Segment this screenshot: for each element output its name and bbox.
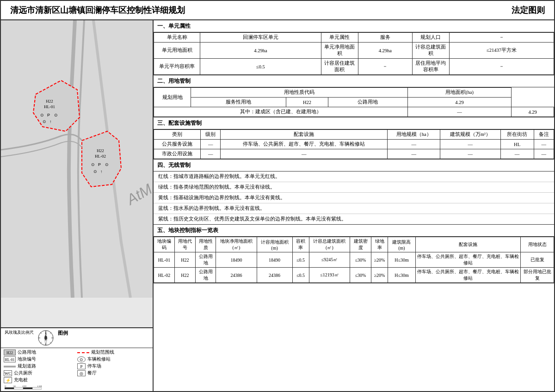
- row2-facilities: 停车场、公共厕所、超市、餐厅、充电桩、车辆检修站: [415, 268, 521, 283]
- facility-street-2: —: [500, 149, 534, 159]
- road-label: 规划道路: [18, 363, 36, 369]
- header: 清远市清新区山塘镇回澜停车区控制性详细规划 法定图则: [1, 1, 554, 20]
- section3-table: 类别 级别 配套设施 用地规模（ha） 建筑规模（万m²） 所在街坊 备注 公共…: [154, 129, 554, 159]
- svg-text:50: 50: [13, 386, 16, 387]
- range-symbol: [77, 352, 89, 353]
- row1-use-type: 公路用地: [195, 252, 216, 268]
- row1-green: ≥20%: [371, 252, 388, 268]
- col-facility: 配套设施: [221, 130, 388, 140]
- row1-cap-area: 18490: [257, 252, 292, 268]
- value-net-area: 4.29ha: [358, 43, 412, 59]
- wireless-line-red: 红线：指城市道路路幅的边界控制线。本单元无红线。: [154, 172, 554, 182]
- row2-green: ≥20%: [371, 268, 388, 283]
- section5: 五、地块控制指标一览表 地块编码 用地代号 用地性质 地块净用地面积(㎡) 计容…: [154, 225, 554, 283]
- col-street: 所在街坊: [500, 130, 534, 140]
- row1-code: HL-01: [154, 252, 175, 268]
- section5-title: 五、地块控制指标一览表: [154, 225, 554, 237]
- facility-level-1: —: [201, 140, 221, 149]
- area-value: 4.29: [407, 98, 512, 107]
- wireless-line-purple: 紫线：指历史文化街区、优秀历史建筑及文保单位的边界控制线。本单元没有紫线。: [154, 214, 554, 224]
- legend-item-range: 规划范围线: [77, 349, 150, 355]
- main-content: H22 HL-01 ⊙ P ⊙ ⊙ ↑ H22 HL-02: [1, 20, 554, 391]
- value-res-far: －: [449, 59, 554, 75]
- facility-type-2: 市政公用设施: [154, 149, 201, 159]
- svg-text:P: P: [47, 113, 50, 117]
- s5-col-green: 绿地率: [371, 237, 388, 252]
- svg-text:↑: ↑: [49, 119, 52, 124]
- row1-far: ≤0.5: [292, 252, 309, 268]
- scale-bar: 0 50 100 150m: [1, 385, 153, 391]
- svg-text:HL-01: HL-01: [44, 104, 55, 109]
- wc-label: 公共厕所: [14, 370, 32, 376]
- section5-table: 地块编码 用地代号 用地性质 地块净用地面积(㎡) 计容用地面积(m) 容积率 …: [154, 237, 554, 283]
- svg-text:↑: ↑: [100, 169, 103, 174]
- built-area-dash: —: [407, 107, 512, 117]
- row2-height: H≤30m: [388, 268, 415, 283]
- facility-desc-1: 停车场、公共厕所、超市、餐厅、充电桩、车辆检修站: [221, 140, 388, 149]
- legend-item-restaurant: ◎ 餐厅: [77, 370, 150, 376]
- facility-land-2: —: [388, 149, 440, 159]
- legend-item-parking: P 停车场: [77, 363, 150, 369]
- wind-rose-label: 风玫瑰及比例尺: [5, 330, 34, 346]
- table-row: 单元用地面积 4.29ha 单元净用地面积 4.29ha 计容总建筑面积 ≤21…: [154, 43, 554, 59]
- legend-item-h22: H22 公路用地: [4, 349, 76, 355]
- facility-build-2: —: [440, 149, 500, 159]
- legend-item-block: HL-01 地块编号: [4, 356, 76, 362]
- legend-title: 图例: [58, 330, 68, 346]
- s5-col-cap-area: 计容用地面积(m): [257, 237, 292, 252]
- facility-level-2: —: [201, 149, 221, 159]
- header-title: 清远市清新区山塘镇回澜停车区控制性详细规划: [10, 5, 185, 16]
- svg-rect-33: [32, 387, 42, 389]
- row2-status: 部分用地已批复: [521, 268, 554, 283]
- legend-item-charge: ⚡ 充电桩: [4, 377, 76, 383]
- left-map-panel: H22 HL-01 ⊙ P ⊙ ⊙ ↑ H22 HL-02: [1, 20, 154, 391]
- section1: 一、单元属性 单元名称 回澜停车区单元 单元属性 服务 规划人口 － 单元用地面…: [154, 20, 554, 75]
- row1-status: 已批复: [521, 252, 554, 268]
- plan-use-land-label: 规划用地: [154, 88, 191, 107]
- s5-col-code: 地块编码: [154, 237, 175, 252]
- section2-table: 规划用地 用地性质代码 用地面积(ha) 服务性用地 H22 公路用地 4.29…: [154, 87, 554, 117]
- charge-label: 充电桩: [14, 377, 28, 383]
- h22-symbol: H22: [4, 349, 16, 355]
- parking-label: 停车场: [87, 363, 101, 369]
- s5-col-net-area: 地块净用地面积(㎡): [216, 237, 257, 252]
- built-area-label: 其中：建成区（含已建、在建用地）: [154, 107, 408, 117]
- legend-items: H22 公路用地 规划范围线 HL-01 地块编号 ⊙ 车辆检修站: [1, 348, 153, 385]
- road-symbol: [4, 366, 16, 368]
- use-area-header: 用地面积(ha): [407, 88, 512, 98]
- col-build-scale: 建筑规模（万m²）: [440, 130, 500, 140]
- svg-text:⊙: ⊙: [43, 119, 46, 124]
- value-unit-name: 回澜停车区单元: [200, 33, 321, 43]
- svg-text:150m: 150m: [37, 386, 42, 387]
- svg-rect-32: [23, 387, 32, 389]
- s5-col-density: 建筑密度: [350, 237, 371, 252]
- label-total-build: 计容总建筑面积: [412, 43, 449, 59]
- road-land: 公路用地: [328, 98, 407, 107]
- legend-item-repair: ⊙ 车辆检修站: [77, 356, 150, 362]
- section3: 三、配套设施管制 类别 级别 配套设施 用地规模（ha） 建筑规模（万m²） 所…: [154, 117, 554, 159]
- facility-street-1: HL: [500, 140, 534, 149]
- table-row: 单元名称 回澜停车区单元 单元属性 服务 规划人口 －: [154, 33, 554, 43]
- s5-col-use-code: 用地代号: [174, 237, 195, 252]
- right-panel: 一、单元属性 单元名称 回澜停车区单元 单元属性 服务 规划人口 － 单元用地面…: [154, 20, 554, 391]
- row1-density: ≤30%: [350, 252, 371, 268]
- label-res-far: 居住用地平均容积率: [412, 59, 449, 75]
- legend-item-road: 规划道路: [4, 363, 76, 369]
- wireless-line-green: 绿线：指各类绿地范围的控制线。本单元没有绿线。: [154, 182, 554, 193]
- s5-col-facilities: 配套设施: [415, 237, 521, 252]
- table-row: 单元平均容积率 ≤0.5 计容居住建筑面积 － 居住用地平均容积率 －: [154, 59, 554, 75]
- block-label: 地块编号: [18, 356, 36, 362]
- section4-title: 四、无线管制: [154, 159, 554, 172]
- section2: 二、用地管制 规划用地 用地性质代码 用地面积(ha) 服务性用地 H22 公路…: [154, 75, 554, 117]
- wireless-lines: 红线：指城市道路路幅的边界控制线。本单元无红线。 绿线：指各类绿地范围的控制线。…: [154, 172, 554, 224]
- repair-symbol: ⊙: [77, 356, 86, 362]
- section1-table: 单元名称 回澜停车区单元 单元属性 服务 规划人口 － 单元用地面积 4.29h…: [154, 32, 554, 75]
- row2-far: ≤0.5: [292, 268, 309, 283]
- svg-text:⊙: ⊙: [91, 162, 95, 167]
- block-hl02: H22 HL-02 ⊙ P ⊙ ⊙ ↑: [82, 131, 121, 187]
- north-arrow-svg: N: [37, 330, 54, 346]
- charge-symbol: ⚡: [4, 377, 12, 383]
- facility-type-1: 公共服务设施: [154, 140, 201, 149]
- svg-text:H22: H22: [46, 99, 53, 104]
- section1-title: 一、单元属性: [154, 20, 554, 32]
